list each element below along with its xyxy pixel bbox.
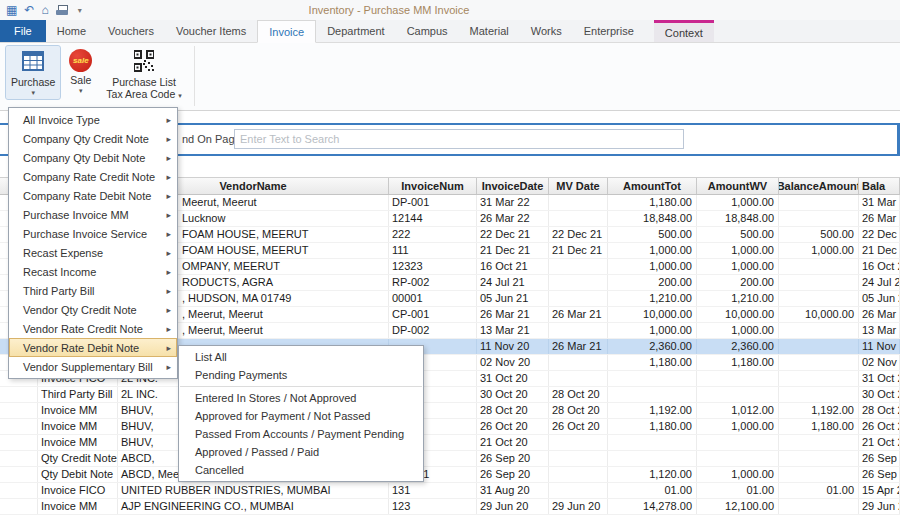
cell-balDate: 02 Nov 2 (859, 355, 900, 370)
ribbon: Purchase ▾ sale Sale ▾ (0, 43, 900, 111)
column-header-balanceamount[interactable]: BalanceAmount (779, 178, 859, 194)
table-row[interactable]: Invoice MMBHUV,21 Oct 2021 Oct 2 (0, 435, 900, 451)
tab-works[interactable]: Works (520, 20, 573, 42)
table-row[interactable]: Invoice MMAJP ENGINEERING CO., MUMBAI123… (0, 499, 900, 515)
menu-item-company-rate-credit-note[interactable]: Company Rate Credit Note▸ (9, 167, 177, 186)
tab-context[interactable]: Context (654, 20, 714, 42)
cell-bal: 01.00 (779, 483, 859, 498)
quick-access-toolbar: ▦ ↶ ⌂ ▾ (0, 3, 82, 17)
qat-dropdown-arrow-icon[interactable]: ▾ (78, 6, 82, 15)
cell-balDate: 31 Oct 2 (859, 371, 900, 386)
cell-wv: 1,000.00 (697, 419, 779, 434)
search-input[interactable] (234, 129, 684, 149)
submenu-item-entered-in-stores-not-approved[interactable]: Entered In Stores / Not Approved (179, 389, 423, 407)
menu-item-company-qty-credit-note[interactable]: Company Qty Credit Note▸ (9, 129, 177, 148)
tab-campus[interactable]: Campus (396, 20, 459, 42)
sale-button[interactable]: sale Sale ▾ (64, 46, 97, 97)
column-header-amounttot[interactable]: AmountTot (608, 178, 697, 194)
submenu-arrow-icon: ▸ (166, 343, 171, 353)
menu-item-all-invoice-type[interactable]: All Invoice Type▸ (9, 110, 177, 129)
menu-item-vendor-rate-credit-note[interactable]: Vendor Rate Credit Note▸ (9, 319, 177, 338)
menu-item-recast-expense[interactable]: Recast Expense▸ (9, 243, 177, 262)
submenu-item-cancelled[interactable]: Cancelled (179, 461, 423, 479)
menu-item-purchase-invoice-service[interactable]: Purchase Invoice Service▸ (9, 224, 177, 243)
cell-wv: 1,000.00 (697, 195, 779, 210)
table-row[interactable]: Invoice FICOUNITED RUBBER INDUSTRIES, MU… (0, 483, 900, 499)
cell-tot: 1,120.00 (608, 467, 697, 482)
submenu-arrow-icon: ▸ (166, 229, 171, 239)
cell-bal: 1,000.00 (779, 243, 859, 258)
submenu-item-list-all[interactable]: List All (179, 348, 423, 366)
undo-icon[interactable]: ↶ (24, 3, 34, 17)
tab-invoice[interactable]: Invoice (257, 20, 316, 43)
cell-invDate: 02 Nov 20 (477, 355, 549, 370)
dropdown-arrow-icon: ▾ (31, 89, 35, 97)
cell-bal (779, 339, 859, 354)
vendor-rate-debit-note-submenu: List AllPending PaymentsEntered In Store… (178, 345, 424, 482)
table-row[interactable]: Invoice MMBHUV,45426 Oct 2026 Oct 201,18… (0, 419, 900, 435)
home-icon[interactable]: ⌂ (41, 3, 48, 17)
submenu-arrow-icon: ▸ (166, 172, 171, 182)
cell-indicator (0, 451, 38, 466)
submenu-item-pending-payments[interactable]: Pending Payments (179, 366, 423, 384)
cell-wv: 1,012.00 (697, 403, 779, 418)
purchase-dropdown-menu: All Invoice Type▸Company Qty Credit Note… (8, 107, 178, 379)
cell-invDate: 05 Jun 21 (477, 291, 549, 306)
table-row[interactable]: Qty Credit NoteABCD,26 Sep 2026 Sep 2 (0, 451, 900, 467)
menu-item-label: Vendor Supplementary Bill (23, 361, 153, 373)
menu-item-recast-income[interactable]: Recast Income▸ (9, 262, 177, 281)
tab-enterprise[interactable]: Enterprise (573, 20, 645, 42)
print-icon[interactable] (56, 5, 69, 15)
tab-vouchers[interactable]: Vouchers (97, 20, 165, 42)
window-icon[interactable]: ▦ (6, 3, 17, 17)
cell-balDate: 29 Jun 2 (859, 499, 900, 514)
tab-material[interactable]: Material (459, 20, 520, 42)
cell-mvDate (549, 275, 608, 290)
column-header-mv-date[interactable]: MV Date (549, 178, 608, 194)
cell-mvDate: 22 Dec 21 (549, 227, 608, 242)
purchase-list-tax-area-code-button[interactable]: Purchase List Tax Area Code ▾ (101, 46, 186, 102)
menu-item-vendor-qty-credit-note[interactable]: Vendor Qty Credit Note▸ (9, 300, 177, 319)
cell-balDate: 15 Apr 2 (859, 483, 900, 498)
cell-num: 00001 (389, 291, 477, 306)
table-row[interactable]: Qty Debit NoteABCD, Meerut, MeerutDP-001… (0, 467, 900, 483)
cell-num: CP-001 (389, 307, 477, 322)
cell-balDate: 21 Dec 2 (859, 243, 900, 258)
tab-home[interactable]: Home (46, 20, 97, 42)
submenu-item-approved-passed-paid[interactable]: Approved / Passed / Paid (179, 443, 423, 461)
cell-tot: 1,180.00 (608, 355, 697, 370)
cell-mvDate: 26 Oct 20 (549, 419, 608, 434)
cell-balDate: 26 Oct 2 (859, 419, 900, 434)
cell-invDate: 24 Jul 21 (477, 275, 549, 290)
menu-item-label: Company Rate Debit Note (23, 190, 151, 202)
column-header-invoicenum[interactable]: InvoiceNum (389, 178, 477, 194)
column-header-amountwv[interactable]: AmountWV (697, 178, 779, 194)
cell-balDate: 24 Jul 2 (859, 275, 900, 290)
purchase-button[interactable]: Purchase ▾ (6, 46, 60, 99)
menu-item-vendor-rate-debit-note[interactable]: Vendor Rate Debit Note▸ (9, 338, 177, 357)
tab-file[interactable]: File (0, 20, 46, 42)
column-header-invoicedate[interactable]: InvoiceDate (477, 178, 549, 194)
purchase-list-label-line1: Purchase List (112, 76, 176, 88)
cell-balDate: 21 Oct 2 (859, 435, 900, 450)
cell-invDate: 13 Mar 21 (477, 323, 549, 338)
menu-item-company-qty-debit-note[interactable]: Company Qty Debit Note▸ (9, 148, 177, 167)
cell-tot (608, 435, 697, 450)
cell-invDate: 31 Aug 20 (477, 483, 549, 498)
column-header-bala[interactable]: Bala (859, 178, 900, 194)
submenu-arrow-icon: ▸ (166, 324, 171, 334)
submenu-separator (180, 386, 422, 387)
tab-voucher-items[interactable]: Voucher Items (165, 20, 257, 42)
table-row[interactable]: Invoice MMBHUV,28 Oct 2028 Oct 201,192.0… (0, 403, 900, 419)
submenu-item-approved-for-payment-not-passed[interactable]: Approved for Payment / Not Passed (179, 407, 423, 425)
cell-type: Invoice MM (38, 419, 118, 434)
menu-item-vendor-supplementary-bill[interactable]: Vendor Supplementary Bill▸ (9, 357, 177, 376)
menu-item-third-party-bill[interactable]: Third Party Bill▸ (9, 281, 177, 300)
cell-num: 111 (389, 243, 477, 258)
menu-item-company-rate-debit-note[interactable]: Company Rate Debit Note▸ (9, 186, 177, 205)
submenu-item-passed-from-accounts-payment-pending[interactable]: Passed From Accounts / Payment Pending (179, 425, 423, 443)
menu-item-purchase-invoice-mm[interactable]: Purchase Invoice MM▸ (9, 205, 177, 224)
cell-num: DP-001 (389, 195, 477, 210)
table-row[interactable]: Third Party Bill2L INC.30 Oct 2028 Oct 2… (0, 387, 900, 403)
tab-department[interactable]: Department (316, 20, 395, 42)
